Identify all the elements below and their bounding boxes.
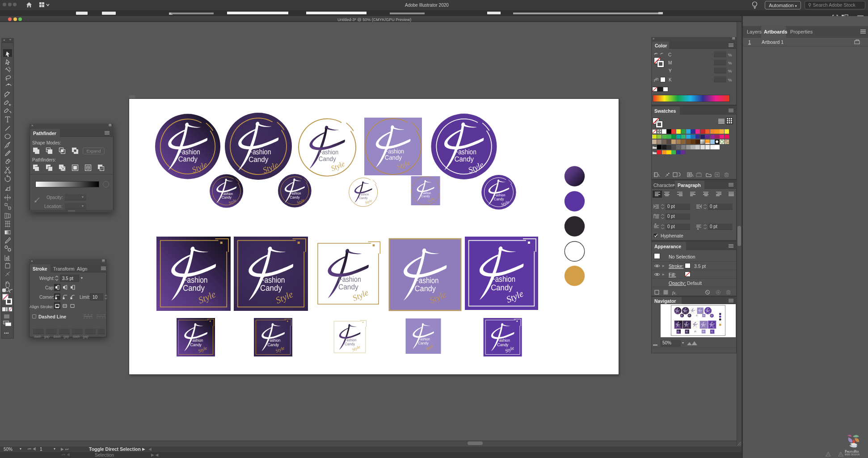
svg-text:fx.: fx. bbox=[672, 291, 677, 295]
